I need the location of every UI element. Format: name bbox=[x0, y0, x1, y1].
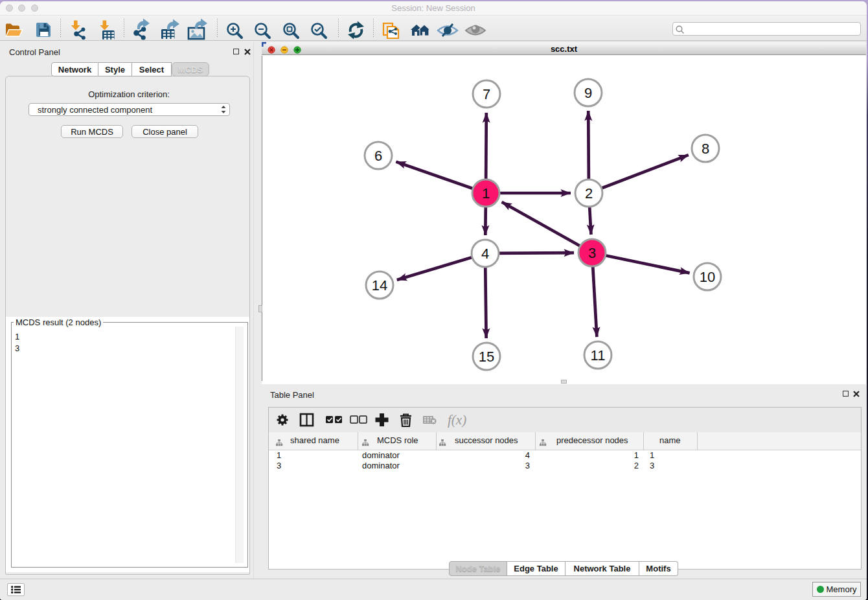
svg-text:1: 1 bbox=[482, 185, 490, 202]
svg-text:f(x): f(x) bbox=[448, 412, 466, 428]
svg-text:11: 11 bbox=[591, 347, 606, 363]
svg-text:14: 14 bbox=[372, 277, 387, 294]
svg-text:10: 10 bbox=[700, 269, 715, 285]
svg-text:4: 4 bbox=[481, 246, 489, 262]
svg-text:3: 3 bbox=[588, 245, 596, 261]
svg-text:6: 6 bbox=[374, 148, 382, 164]
svg-text:8: 8 bbox=[702, 141, 709, 157]
svg-text:9: 9 bbox=[584, 85, 592, 101]
svg-text:7: 7 bbox=[483, 86, 490, 102]
svg-text:15: 15 bbox=[479, 349, 494, 365]
svg-text:2: 2 bbox=[585, 185, 593, 202]
